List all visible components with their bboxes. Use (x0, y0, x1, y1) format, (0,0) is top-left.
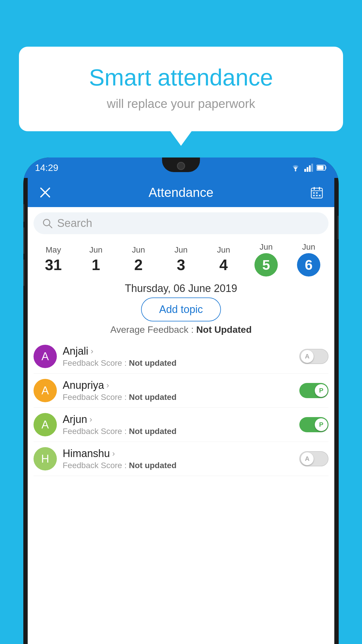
date-item-jun3[interactable]: Jun 3 (160, 245, 202, 274)
status-time: 14:29 (35, 162, 58, 173)
add-topic-button[interactable]: Add topic (141, 298, 221, 321)
svg-rect-14 (313, 192, 315, 194)
date-item-jun4[interactable]: Jun 4 (202, 245, 245, 274)
svg-rect-13 (319, 187, 320, 190)
svg-rect-1 (304, 169, 306, 172)
student-avatar-anjali: A (34, 345, 57, 368)
signal-icon (304, 164, 313, 172)
search-icon (42, 218, 53, 229)
student-info-arjun: Arjun › Feedback Score : Not updated (63, 413, 294, 436)
svg-rect-7 (325, 166, 326, 169)
search-input[interactable]: Search (57, 217, 92, 230)
power-button (338, 216, 339, 239)
student-item-anupriya[interactable]: A Anupriya › Feedback Score : Not update… (34, 374, 328, 408)
date-item-jun1[interactable]: Jun 1 (75, 245, 117, 274)
search-bar[interactable]: Search (34, 212, 328, 234)
speech-bubble: Smart attendance will replace your paper… (19, 47, 343, 131)
student-list: A Anjali › Feedback Score : Not updated … (28, 340, 334, 476)
volume-silent-button (23, 204, 24, 222)
svg-line-20 (49, 225, 52, 228)
student-info-anupriya: Anupriya › Feedback Score : Not updated (63, 379, 294, 402)
svg-rect-16 (313, 195, 315, 196)
attendance-toggle-himanshu[interactable]: A (299, 451, 328, 466)
selected-date-label: Thursday, 06 June 2019 (28, 282, 334, 295)
svg-rect-12 (314, 187, 315, 190)
svg-rect-3 (309, 165, 311, 172)
phone-frame: 14:29 (23, 158, 339, 644)
svg-rect-17 (316, 195, 318, 196)
svg-rect-18 (319, 195, 321, 196)
date-item-jun6[interactable]: Jun 6 (287, 242, 330, 276)
volume-down-button (23, 260, 24, 286)
attendance-toggle-arjun[interactable]: P (299, 417, 328, 432)
avg-feedback: Average Feedback : Not Updated (28, 324, 334, 335)
phone-screen: Attendance Sear (28, 178, 334, 644)
phone-camera (177, 162, 185, 170)
bubble-title: Smart attendance (42, 64, 320, 91)
close-button[interactable] (36, 184, 54, 201)
volume-up-button (23, 228, 24, 254)
student-info-anjali: Anjali › Feedback Score : Not updated (63, 345, 294, 368)
attendance-toggle-anjali[interactable]: A (299, 349, 328, 364)
date-strip: May 31 Jun 1 Jun 2 Jun 3 Jun 4 Jun (28, 239, 334, 279)
calendar-button[interactable] (308, 184, 326, 201)
student-item-arjun[interactable]: A Arjun › Feedback Score : Not updated P (34, 408, 328, 442)
header-title: Attendance (149, 185, 214, 200)
svg-rect-11 (311, 190, 322, 191)
battery-icon (317, 164, 327, 171)
speech-bubble-container: Smart attendance will replace your paper… (19, 47, 343, 131)
svg-rect-4 (311, 164, 313, 172)
app-header: Attendance (28, 178, 334, 207)
svg-rect-6 (317, 166, 324, 170)
date-item-may31[interactable]: May 31 (32, 245, 75, 274)
student-item-himanshu[interactable]: H Himanshu › Feedback Score : Not update… (34, 442, 328, 476)
svg-point-0 (295, 170, 296, 172)
attendance-toggle-anupriya[interactable]: P (299, 383, 328, 398)
student-avatar-anupriya: A (34, 379, 57, 402)
student-info-himanshu: Himanshu › Feedback Score : Not updated (63, 447, 294, 470)
phone-notch (162, 158, 200, 172)
bubble-subtitle: will replace your paperwork (42, 97, 320, 111)
student-avatar-arjun: A (34, 413, 57, 436)
svg-rect-15 (316, 192, 318, 194)
date-item-jun5[interactable]: Jun 5 (245, 242, 287, 276)
student-item-anjali[interactable]: A Anjali › Feedback Score : Not updated … (34, 340, 328, 374)
date-item-jun2[interactable]: Jun 2 (117, 245, 160, 274)
wifi-icon (290, 164, 301, 172)
svg-rect-2 (307, 167, 308, 172)
student-avatar-himanshu: H (34, 447, 57, 470)
status-icons (290, 164, 327, 172)
